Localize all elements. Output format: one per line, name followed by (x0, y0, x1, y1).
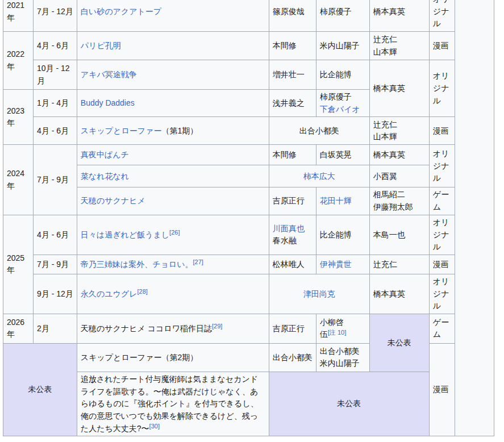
writer-link[interactable]: 花田十輝 (320, 196, 352, 205)
title-cell: 天穂のサクナヒメ ココロワ稲作日誌[29] (77, 314, 269, 343)
combined-staff-cell: 柿本広大 (269, 165, 369, 187)
category-cell: オリジナル (429, 145, 455, 187)
title-link[interactable]: 永久のユウグレ (81, 289, 138, 298)
title-link[interactable]: 白い砂のアクアトープ (81, 7, 161, 16)
year-cell: 2025年 (3, 215, 34, 314)
table-row: 天穂のサクナヒメ 吉原正行 花田十輝 相馬紹二伊藤翔太郎 ゲーム (3, 187, 494, 215)
writer-cell: 比企能博 (316, 215, 369, 255)
writer-cell: 白坂英晃 (316, 145, 369, 165)
title-cell: アキバ冥途戦争 (77, 60, 269, 90)
title-link[interactable]: パリピ孔明 (81, 41, 121, 50)
notes-cell (455, 0, 494, 436)
staff-unannounced-cell: 未公表 (369, 314, 429, 372)
staff-cell: 辻充仁 (369, 255, 429, 274)
table-row: 9月 - 12月 永久のユウグレ[28] 津田尚克 橋本真英 オリジナル (3, 274, 494, 314)
year-cell: 2024年 (3, 145, 34, 215)
director-cell: 増井壮一 (269, 60, 316, 90)
ref-link[interactable]: [28] (137, 288, 147, 295)
title-cell: 白い砂のアクアトープ (77, 0, 269, 32)
director-cell: 本間修 (269, 145, 316, 165)
table-row: 7月 - 9月 帝乃三姉妹は案外、チョロい。[27] 松林唯人 伊神貴世 辻充仁… (3, 255, 494, 274)
director-cell: 浅井義之 (269, 90, 316, 117)
category-cell: オリジナル (429, 0, 455, 32)
title-cell: パリピ孔明 (77, 32, 269, 60)
table-row: 2022年 4月 - 6月 パリピ孔明 本間修 米内山陽子 辻充仁山本輝 漫画 (3, 32, 494, 60)
title-cell: 天穂のサクナヒメ (77, 187, 269, 215)
year-unannounced-cell: 未公表 (3, 343, 77, 436)
title-cell: 永久のユウグレ[28] (77, 274, 269, 314)
title-link[interactable]: Buddy Daddies (81, 98, 135, 107)
staff-cell: 橋本真英 (369, 60, 429, 117)
staff-unannounced-cell: 未公表 (269, 372, 429, 436)
table-row: 10月 - 12月 アキバ冥途戦争 増井壮一 比企能博 橋本真英 オリジナル (3, 60, 494, 90)
title-link[interactable]: 天穂のサクナヒメ (81, 196, 145, 205)
year-cell: 2021年 (3, 0, 34, 32)
combined-staff-link[interactable]: 津田尚克 (303, 289, 335, 298)
writer-link[interactable]: 伊神貴世 (320, 260, 352, 269)
director-link[interactable]: 川面真也 (273, 224, 305, 233)
title-link[interactable]: アキバ冥途戦争 (81, 70, 137, 79)
writer-cell: 比企能博 (316, 60, 369, 90)
title-cell: スキップとローファー（第1期） (77, 117, 269, 145)
writer-cell: 花田十輝 (316, 187, 369, 215)
staff-cell: 辻充仁山本輝 (369, 117, 429, 145)
category-cell: 漫画 (429, 117, 455, 145)
director-cell: 松林唯人 (269, 255, 316, 274)
category-cell: ゲーム (429, 314, 455, 343)
combined-staff-cell: 出合小都美 (269, 117, 369, 145)
category-cell: オリジナル (429, 60, 455, 117)
staff-cell: 橋本真英 (369, 274, 429, 314)
category-cell: 漫画 (429, 343, 455, 436)
title-cell: 菜なれ花なれ (77, 165, 269, 187)
period-cell: 4月 - 6月 (34, 215, 77, 255)
period-cell: 7月 - 9月 (34, 255, 77, 274)
table-row: 4月 - 6月 スキップとローファー（第1期） 出合小都美 辻充仁山本輝 漫画 (3, 117, 494, 145)
title-link[interactable]: 日々は過ぎれど飯うまし (81, 230, 169, 239)
category-cell: 漫画 (429, 32, 455, 60)
writer-cell: 小柳啓伍[注 10] (316, 314, 369, 343)
title-text: 追放されたチート付与魔術師は気ままなセカンドライフを謳歌する。〜俺は武器だけじゃ… (81, 374, 259, 433)
table-row: 2026年 2月 天穂のサクナヒメ ココロワ稲作日誌[29] 吉原正行 小柳啓伍… (3, 314, 494, 343)
period-cell: 10月 - 12月 (34, 60, 77, 90)
title-cell: スキップとローファー（第2期） (77, 343, 269, 372)
title-cell: 追放されたチート付与魔術師は気ままなセカンドライフを謳歌する。〜俺は武器だけじゃ… (77, 372, 269, 436)
staff-cell: 辻充仁山本輝 (369, 32, 429, 60)
period-cell: 7月 - 12月 (34, 0, 77, 32)
ref-link[interactable]: [29] (212, 323, 222, 330)
staff-cell: 小西翼 (369, 165, 429, 187)
note-ref-link[interactable]: [注 10] (328, 329, 346, 336)
category-cell: オリジナル (429, 274, 455, 314)
ref-link[interactable]: [26] (169, 229, 180, 236)
director-cell: 本間修 (269, 32, 316, 60)
writer-cell: 柿原優子下倉バイオ (316, 90, 369, 117)
ref-link[interactable]: [30] (149, 423, 160, 430)
category-cell: 漫画 (429, 255, 455, 274)
anime-series-table: 2021年 7月 - 12月 白い砂のアクアトープ 篠原俊哉 柿原優子 橋本真英… (3, 0, 494, 436)
year-cell: 2023年 (3, 90, 34, 145)
title-link[interactable]: スキップとローファー (81, 126, 162, 135)
category-cell: ゲーム (429, 187, 455, 215)
table-row: 菜なれ花なれ 柿本広大 小西翼 (3, 165, 494, 187)
title-cell: 帝乃三姉妹は案外、チョロい。[27] (77, 255, 269, 274)
staff-cell: 橋本真英 (369, 0, 429, 32)
combined-staff-link[interactable]: 柿本広大 (303, 172, 335, 181)
director-cell: 吉原正行 (269, 314, 316, 343)
writer-cell: 出合小都美米内山陽子 (316, 343, 369, 372)
wikitable-container: 2021年 7月 - 12月 白い砂のアクアトープ 篠原俊哉 柿原優子 橋本真英… (3, 0, 494, 436)
title-suffix: （第1期） (161, 126, 198, 135)
writer-cell: 伊神貴世 (316, 255, 369, 274)
period-cell: 1月 - 4月 (34, 90, 77, 117)
director-cell: 出合小都美 (269, 343, 316, 372)
ref-link[interactable]: [27] (193, 258, 203, 265)
period-cell: 7月 - 9月 (34, 145, 77, 215)
title-cell: 日々は過ぎれど飯うまし[26] (77, 215, 269, 255)
period-cell: 9月 - 12月 (34, 274, 77, 314)
title-link[interactable]: 菜なれ花なれ (81, 172, 129, 181)
director-cell: 吉原正行 (269, 187, 316, 215)
title-link[interactable]: 真夜中ぱんチ (81, 150, 129, 159)
staff-cell: 相馬紹二伊藤翔太郎 (369, 187, 429, 215)
writer-cell: 柿原優子 (316, 0, 369, 32)
title-text: 天穂のサクナヒメ ココロワ稲作日誌 (81, 324, 212, 333)
title-link[interactable]: 帝乃三姉妹は案外、チョロい。 (81, 260, 193, 269)
writer-link[interactable]: 下倉バイオ (320, 105, 360, 114)
